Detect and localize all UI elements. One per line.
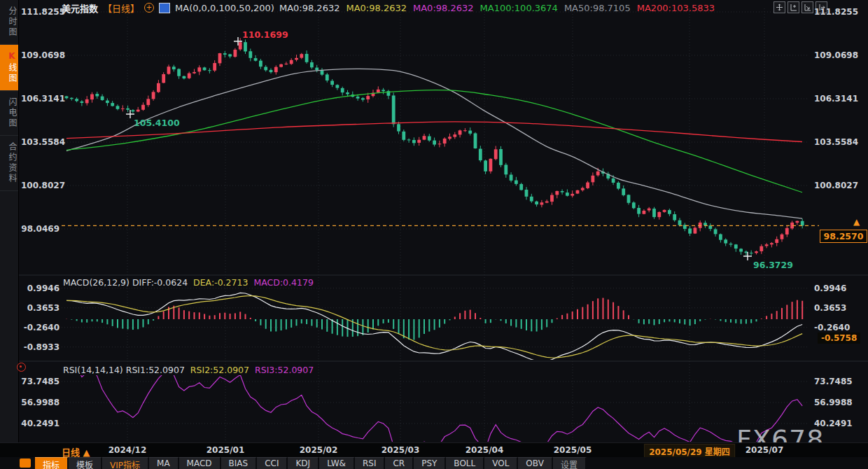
price-axis-left-tick: 98.0469 xyxy=(21,224,59,234)
price-axis-left-tick: 100.8027 xyxy=(21,181,59,190)
sidebar-item-kline[interactable]: K线图 xyxy=(0,45,18,91)
tab-indicator[interactable]: 指标 xyxy=(35,457,69,469)
ma-value: MA200:103.5833 xyxy=(637,3,715,13)
tab-bias[interactable]: BIAS xyxy=(221,457,258,469)
rsi-axis-right-tick: 56.9988 xyxy=(814,398,853,407)
date-tick-label: 2025/04 xyxy=(465,445,503,455)
tab-macd[interactable]: MACD xyxy=(179,457,221,469)
symbol-title: 美元指数 xyxy=(62,1,98,15)
tab-kdj[interactable]: KDJ xyxy=(288,457,319,469)
macd-axis-left-tick: -0.8933 xyxy=(21,342,59,352)
ma-value: MA0:98.2632 xyxy=(346,3,407,13)
rsi-axis-left-tick: 40.2491 xyxy=(21,419,59,428)
mini-chart-icon[interactable] xyxy=(159,3,170,13)
scale-x-icon[interactable] xyxy=(802,1,813,13)
ma-value: MA50:98.7105 xyxy=(564,3,631,13)
macd-axis-right-tick: 0.9946 xyxy=(814,284,846,293)
price-arrow-icon: ▲ xyxy=(853,217,860,227)
current-price-badge: 98.2570 xyxy=(820,230,867,243)
tab-obv[interactable]: OBV xyxy=(518,457,553,469)
crosshair-date-label: 2025/05/29 星期四 xyxy=(644,444,735,458)
date-tick-label: 2024/12 xyxy=(108,445,146,455)
price-axis-right-tick: 100.8027 xyxy=(814,181,858,190)
date-axis-row: 日线 ▲ 2024/122025/012025/022025/032025/04… xyxy=(0,442,868,458)
macd-axis-left-tick: -0.2640 xyxy=(21,323,59,332)
price-axis-left-tick: 106.3141 xyxy=(21,94,59,104)
tab-vip[interactable]: VIP指标 xyxy=(102,457,149,469)
macd-header-part: DEA:-0.2713 xyxy=(193,277,248,288)
ma-params: MA(0,0,0,100,50,200) xyxy=(175,3,274,13)
tab-cr[interactable]: CR xyxy=(385,457,414,469)
tab-rsi[interactable]: RSI xyxy=(355,457,386,469)
date-tick-label: 2025/02 xyxy=(300,445,337,455)
ma-value: MA100:100.3674 xyxy=(480,3,558,13)
ma-value: MA0:98.2632 xyxy=(413,3,474,13)
ma-values: MA0:98.2632MA0:98.2632MA0:98.2632MA100:1… xyxy=(279,3,721,13)
pan-icon[interactable] xyxy=(774,1,785,13)
tab-cci[interactable]: CCI xyxy=(257,457,288,469)
macd-axis-left-tick: 0.9946 xyxy=(21,284,59,293)
low-price-label-1: 105.4100 xyxy=(134,118,180,128)
chart-type-sidebar: 分时图K线图闪电图合约资料 xyxy=(0,0,19,456)
rsi-axis-left-tick: 56.9988 xyxy=(21,398,59,407)
quick-menu-icon[interactable] xyxy=(20,458,31,468)
tab-vol[interactable]: VOL xyxy=(484,457,518,469)
price-axis-right-tick: 111.8255 xyxy=(814,7,858,17)
trading-app-window: 分时图K线图闪电图合约资料 美元指数 【日线】 + MA(0,0,0,100,5… xyxy=(0,0,868,469)
tab-lwr[interactable]: LW& xyxy=(319,457,355,469)
rsi-header: RSI(14,14,14) RSI1:52.0907RSI2:52.0907RS… xyxy=(63,365,319,375)
price-axis-right-tick: 109.0698 xyxy=(814,50,858,60)
sidebar-item-contract-info[interactable]: 合约资料 xyxy=(0,136,18,191)
high-price-label: 110.1699 xyxy=(242,29,288,40)
rsi-header-part: RSI3:52.0907 xyxy=(255,365,314,375)
macd-axis-right-tick: -0.2640 xyxy=(814,323,850,332)
alarm-icon[interactable] xyxy=(17,363,26,372)
price-axis-left-tick: 111.8255 xyxy=(21,7,59,17)
tab-ma[interactable]: MA xyxy=(149,457,179,469)
tab-settings[interactable]: 设置 xyxy=(553,457,587,469)
date-tick-label: 2025/05 xyxy=(554,445,592,455)
tab-template[interactable]: 模板 xyxy=(69,457,102,469)
rsi-header-part: RSI2:52.0907 xyxy=(190,365,249,375)
macd-header-part: MACD(26,12,9) DIFF:-0.0624 xyxy=(63,277,188,288)
sidebar-item-flash[interactable]: 闪电图 xyxy=(0,91,18,136)
macd-current-badge: -0.5758 xyxy=(818,332,860,344)
date-tick-label: 2025/03 xyxy=(382,445,419,455)
price-axis-left-tick: 109.0698 xyxy=(21,50,59,60)
date-tick-label: 2025/07 xyxy=(746,445,783,455)
price-axis-right-tick: 103.5584 xyxy=(814,137,858,147)
rsi-header-part: RSI(14,14,14) RSI1:52.0907 xyxy=(63,365,185,375)
period-tag: 【日线】 xyxy=(103,1,139,15)
low-price-label-2: 96.3729 xyxy=(753,260,793,270)
sidebar-item-timeshare[interactable]: 分时图 xyxy=(0,0,18,45)
macd-header-part: MACD:0.4179 xyxy=(253,277,313,288)
scale-y-icon[interactable] xyxy=(788,1,799,13)
macd-axis-right-tick: 0.3653 xyxy=(814,303,846,313)
rsi-axis-right-tick: 73.7485 xyxy=(814,377,853,386)
macd-header: MACD(26,12,9) DIFF:-0.0624DEA:-0.2713MAC… xyxy=(63,277,319,288)
price-axis-left-tick: 103.5584 xyxy=(21,137,59,147)
chart-header: 美元指数 【日线】 + MA(0,0,0,100,50,200) MA0:98.… xyxy=(62,2,721,13)
macd-axis-left-tick: 0.3653 xyxy=(21,303,59,313)
date-tick-label: 2025/01 xyxy=(206,445,244,455)
expand-icon[interactable]: + xyxy=(144,3,154,13)
sidebar-accent-char: K xyxy=(7,51,17,63)
ma-value: MA0:98.2632 xyxy=(279,3,340,13)
tab-boll[interactable]: BOLL xyxy=(446,457,484,469)
tab-psy[interactable]: PSY xyxy=(414,457,446,469)
price-axis-right-tick: 106.3141 xyxy=(814,94,858,104)
indicator-toolbar: 指标模板VIP指标MAMACDBIASCCIKDJLW&RSICRPSYBOLL… xyxy=(0,457,868,469)
chart-canvas[interactable] xyxy=(0,0,868,469)
rsi-axis-left-tick: 73.7485 xyxy=(21,377,59,386)
